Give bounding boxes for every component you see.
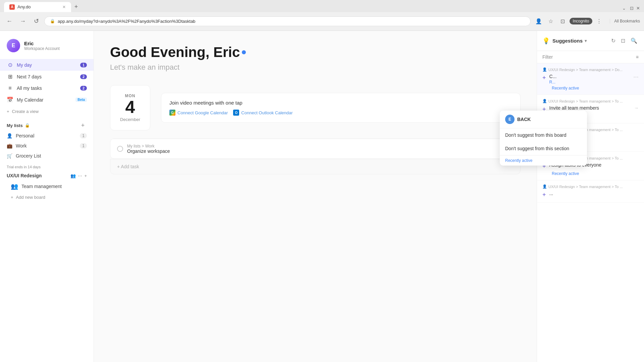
add-task-button[interactable]: + Add task (110, 159, 521, 174)
task-path: My lists > Work (127, 144, 170, 148)
add-board-button[interactable]: + Add new board (0, 192, 94, 202)
workspace-name: UX/UI Redesign (7, 173, 68, 178)
context-menu-recently-active: Recently active (500, 156, 587, 166)
my-lists-section: My lists 🔒 + (0, 116, 94, 131)
suggestion-add-button-5[interactable]: + (542, 191, 546, 198)
list-item-personal[interactable]: 👤 Personal 1 (0, 131, 94, 141)
list-item-work[interactable]: 💼 Work 1 (0, 141, 94, 151)
reload-button[interactable]: ↺ (31, 16, 42, 26)
tab-favicon: A (9, 4, 15, 10)
trial-badge: Trial ends in 14 days (0, 165, 94, 171)
workspace-section: Trial ends in 14 days UX/UI Redesign 👥 ⋯… (0, 161, 94, 206)
add-board-icon: + (11, 195, 13, 200)
greeting-text: Good Evening, Eric (110, 44, 240, 60)
context-menu-item-0[interactable]: Don't suggest from this board (500, 128, 587, 142)
context-menu-item-1[interactable]: Don't suggest from this section (500, 142, 587, 155)
suggestion-title-2: Invite all team members (549, 105, 631, 111)
filter-bar: Filter ≡ (537, 51, 644, 63)
create-view-button[interactable]: + Create a view (0, 107, 94, 116)
suggestion-user-icon-5: 👤 (542, 184, 547, 189)
tab-close-button[interactable]: ✕ (62, 5, 66, 9)
date-number: 4 (125, 98, 135, 116)
user-subtitle: Workspace Account (24, 46, 60, 51)
browser-tabs: A Any.do ✕ + ⌄ ⊡ ✕ (0, 0, 644, 12)
tab-close-icon[interactable]: ✕ (636, 6, 640, 11)
new-tab-button[interactable]: + (71, 2, 81, 12)
task-row[interactable]: My lists > Work Organize workspace (110, 139, 520, 159)
suggestion-item-1[interactable]: 👤 UX/UI Redesign > Team management > Do.… (537, 63, 644, 95)
incognito-icon[interactable]: 👤 (533, 16, 544, 26)
connect-outlook-calendar-link[interactable]: O Connect Outlook Calendar (233, 110, 292, 116)
beta-badge: Beta (75, 98, 87, 102)
team-management-icon: 👥 (11, 183, 18, 190)
nav-label-next-7-days: Next 7 days (17, 74, 77, 79)
nav-item-calendar[interactable]: 📅 My Calendar Beta (0, 94, 94, 106)
suggestion-title-1: C... (549, 74, 630, 79)
main-content: Good Evening, Eric Let's make an impact … (94, 31, 537, 362)
workspace-add-icon[interactable]: + (84, 173, 87, 178)
context-menu-back-button[interactable]: E BACK (500, 111, 587, 128)
tab-minimize-icon[interactable]: ⌄ (622, 6, 626, 11)
active-tab[interactable]: A Any.do ✕ (4, 2, 71, 12)
suggestion-recently-active-4: Recently active (542, 170, 639, 176)
back-button[interactable]: ← (4, 16, 15, 26)
suggestions-list: 👤 UX/UI Redesign > Team management > Do.… (537, 63, 644, 362)
calendar-icon: 📅 (7, 97, 13, 103)
suggestion-content-5: ... (549, 191, 639, 196)
nav-item-next-7-days[interactable]: ⊞ Next 7 days 2 (0, 71, 94, 82)
personal-count: 1 (80, 133, 87, 138)
google-calendar-icon: G (169, 110, 175, 116)
layout-button[interactable]: ⊡ (620, 36, 627, 45)
grocery-label: Grocery List (16, 153, 41, 159)
workspace-members-icon[interactable]: 👥 (70, 173, 76, 178)
nav-item-my-day[interactable]: ⊙ My day 1 (0, 59, 94, 71)
next-7-days-icon: ⊞ (7, 73, 13, 80)
tab-restore-icon[interactable]: ⊡ (630, 6, 634, 11)
create-view-plus-icon: + (7, 109, 9, 114)
user-section[interactable]: E Eric Workspace Account (0, 36, 94, 58)
connect-google-calendar-link[interactable]: G Connect Google Calendar (169, 110, 228, 116)
forward-button[interactable]: → (17, 16, 28, 26)
bookmark-icon[interactable]: ☆ (545, 16, 556, 26)
refresh-button[interactable]: ↻ (610, 36, 617, 45)
panel-header: 💡 Suggestions ▾ ↻ ⊡ 🔍 (537, 31, 644, 51)
suggestion-add-button-1[interactable]: + (542, 74, 546, 81)
sidebar: E Eric Workspace Account ⊙ My day 1 ⊞ Ne… (0, 31, 94, 362)
all-tasks-badge: 2 (80, 86, 87, 90)
date-card: MON 4 December (110, 85, 150, 130)
task-checkbox[interactable] (117, 146, 123, 152)
greeting-dot (242, 50, 246, 54)
suggestions-title-button[interactable]: Suggestions ▾ (552, 38, 587, 44)
nav-label-calendar: My Calendar (17, 97, 72, 103)
nav-section: ⊙ My day 1 ⊞ Next 7 days 2 ≡ All my task… (0, 58, 94, 107)
suggestion-title-5: ... (549, 191, 639, 196)
extension-icon[interactable]: ⊡ (557, 16, 568, 26)
date-content: Join video meetings with one tap G Conne… (161, 85, 521, 130)
suggestion-more-button-1[interactable]: ⋯ (633, 74, 639, 80)
list-item-grocery[interactable]: 🛒 Grocery List (0, 151, 94, 161)
add-list-button[interactable]: + (79, 121, 87, 129)
chrome-menu-button[interactable]: ⋮ (594, 16, 604, 26)
task-group: My lists > Work Organize workspace (110, 138, 521, 159)
lock-icon: 🔒 (50, 19, 55, 23)
user-name: Eric (24, 41, 60, 46)
avatar: E (7, 39, 20, 52)
workspace-more-icon[interactable]: ⋯ (78, 173, 82, 178)
team-management-item[interactable]: 👥 Team management (0, 180, 94, 192)
address-bar[interactable]: 🔒 app.any.do/myday?d=anydo%3A%2F%2Fanydo… (44, 16, 531, 26)
lock-icon: 🔒 (25, 123, 30, 128)
date-section: MON 4 December Join video meetings with … (110, 85, 521, 130)
context-menu: E BACK Don't suggest from this board Don… (500, 111, 587, 166)
nav-item-all-tasks[interactable]: ≡ All my tasks 2 (0, 82, 94, 94)
suggestion-add-row-1: + C... R... ⋯ (542, 74, 639, 84)
suggestion-meta-1: 👤 UX/UI Redesign > Team management > Do.… (542, 67, 639, 72)
filter-label: Filter (542, 54, 553, 60)
app-container: E Eric Workspace Account ⊙ My day 1 ⊞ Ne… (0, 31, 644, 362)
search-button[interactable]: 🔍 (629, 36, 639, 45)
suggestion-content-2: Invite all team members (549, 105, 631, 111)
context-menu-avatar: E (505, 115, 515, 124)
suggestion-item-5[interactable]: 👤 UX/UI Redesign > Team management > To … (537, 180, 644, 203)
tab-title: Any.do (17, 4, 31, 9)
suggestion-add-row-5: + ... (542, 191, 639, 198)
filter-icon[interactable]: ≡ (636, 54, 639, 60)
